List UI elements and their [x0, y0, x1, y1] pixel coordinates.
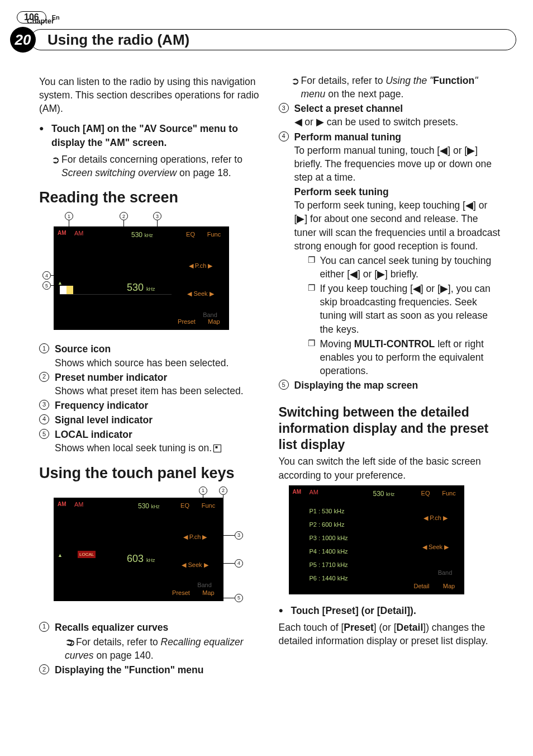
xref-text: For details, refer to: [301, 75, 386, 86]
callout-1: 1: [65, 212, 73, 220]
callout-2: 2: [120, 212, 128, 220]
preset-row[interactable]: P5 : 1710 kHz: [310, 561, 348, 569]
xref-ital: menu: [301, 88, 326, 100]
big-frequency: 603 kHz: [127, 552, 155, 566]
note-keep-touching: If you keep touching [◀] or [▶], you can…: [294, 282, 503, 336]
item-local-indicator: 5 LOCAL indicator Shows when local seek …: [39, 428, 263, 455]
screenshot-touch-wrapper: 1 2 3 4 5 AM AM 530 kHz EQ Func ◀ P.ch ▶: [45, 486, 251, 615]
big-frequency: 530 kHz: [127, 281, 155, 295]
note-cancel-seek: You can cancel seek tuning by touching e…: [294, 254, 503, 281]
callout-4: 4: [42, 271, 51, 280]
heading-reading-screen: Reading the screen: [39, 188, 263, 206]
map-button[interactable]: Map: [439, 582, 459, 590]
callout-3: 3: [235, 531, 243, 540]
xref-arrow-icon: ➲: [65, 636, 76, 648]
preset-row[interactable]: P1 : 530 kHz: [310, 507, 345, 516]
callout-line: [223, 535, 235, 536]
screenshot-reading: AM AM 530 kHz EQ Func ◀ P.ch ▶ ▲ 530 kHz…: [54, 226, 229, 330]
seek-title: Perform seek tuning: [294, 185, 503, 199]
step-touch-preset: Touch [Preset] (or [Detail]).: [279, 604, 503, 617]
func-button[interactable]: Func: [439, 489, 459, 498]
preset-row[interactable]: P4 : 1400 kHz: [310, 547, 348, 556]
callout-line: [223, 563, 235, 564]
chapter-title: Using the radio (AM): [47, 31, 189, 49]
language-label: En: [52, 14, 60, 21]
item-title: Signal level indicator: [55, 414, 153, 426]
item-desc: Shows which source has been selected.: [55, 356, 263, 370]
item-desc: To perform manual tuning, touch [◀] or […: [294, 144, 503, 184]
num-4-icon: 4: [279, 131, 289, 141]
left-column: You can listen to the radio by using thi…: [39, 73, 263, 678]
xref-tail: on the next page.: [325, 88, 403, 100]
xref-tail: on page 140.: [94, 650, 154, 661]
item-title: Source icon: [55, 343, 111, 355]
seek-button[interactable]: ◀ Seek ▶: [177, 290, 224, 298]
num-2-icon: 2: [39, 372, 49, 382]
band-button[interactable]: Band: [431, 569, 459, 577]
callout-3: 3: [153, 212, 161, 220]
signal-icon: ▲: [58, 552, 63, 559]
pch-button[interactable]: ◀ P.ch ▶: [177, 262, 224, 270]
signal-icon: ▲: [58, 280, 63, 286]
item-desc: ◀ or ▶ can be used to switch presets.: [294, 115, 503, 129]
item-title: Frequency indicator: [55, 400, 148, 411]
item-select-preset: 3 Select a preset channel ◀ or ▶ can be …: [279, 102, 503, 129]
map-button[interactable]: Map: [204, 318, 224, 326]
item-desc: Shows when local seek tuning is on.: [55, 441, 263, 455]
xref-text: For details, refer to: [76, 636, 161, 648]
num-2-icon: 2: [39, 664, 49, 674]
source-icon: AM: [58, 229, 66, 237]
item-signal-indicator: 4 Signal level indicator: [39, 413, 263, 427]
xref-quote: ": [474, 75, 478, 86]
xref-tail: on page 18.: [177, 167, 231, 178]
num-4-icon: 4: [39, 414, 49, 424]
seek-button[interactable]: ◀ Seek ▶: [412, 543, 459, 551]
item-title: Recalls equalizer curves: [55, 622, 168, 633]
preset-button[interactable]: Preset: [169, 589, 193, 597]
func-button[interactable]: Func: [204, 230, 224, 239]
step-touch-am: Touch [AM] on the "AV Source" menu to di…: [39, 122, 263, 149]
item-desc: Shows what preset item has been selected…: [55, 384, 263, 398]
heading-touch-panel: Using the touch panel keys: [39, 464, 263, 482]
switching-desc: You can switch the left side of the basi…: [279, 455, 503, 481]
touch-item-eq: 1 Recalls equalizer curves ➲ For details…: [39, 621, 263, 662]
xref-italic: Screen switching overview: [61, 167, 177, 178]
num-5-icon: 5: [39, 429, 49, 439]
source-icon: AM: [293, 488, 302, 496]
preset-button[interactable]: Preset: [175, 318, 198, 326]
local-chip: LOCAL: [78, 551, 96, 558]
eq-button[interactable]: EQ: [175, 502, 195, 510]
num-3-icon: 3: [39, 400, 49, 410]
detail-button[interactable]: Detail: [410, 582, 434, 590]
touch-item-function-menu: 2 Displaying the "Function" menu: [39, 663, 263, 677]
screenshot-preset-wrapper: AM AM 530 kHz EQ Func ◀ P.ch ▶ ◀ Seek ▶ …: [289, 485, 473, 597]
step-touch-preset-desc: Each touch of [Preset] (or [Detail]) cha…: [279, 621, 503, 648]
xref-bold: Function: [433, 75, 474, 86]
preset-row[interactable]: P6 : 1440 kHz: [310, 574, 348, 583]
chapter-title-pill: Using the radio (AM): [30, 29, 516, 50]
intro-paragraph: You can listen to the radio by using thi…: [39, 75, 263, 115]
func-button[interactable]: Func: [198, 502, 218, 510]
screenshot-touch: AM AM 530 kHz EQ Func ◀ P.ch ▶ ▲ LOCAL 6…: [54, 498, 223, 601]
am-label: AM: [74, 500, 84, 509]
item-preset-indicator: 2 Preset number indicator Shows what pre…: [39, 371, 263, 398]
item-title: Select a preset channel: [294, 103, 403, 114]
pch-button[interactable]: ◀ P.ch ▶: [172, 533, 218, 541]
xref-equalizer: ➲ For details, refer to Recalling equali…: [55, 635, 263, 662]
eq-button[interactable]: EQ: [416, 489, 436, 498]
item-title: Perform manual tuning: [294, 131, 402, 143]
eq-button[interactable]: EQ: [180, 230, 201, 239]
preset-row[interactable]: P2 : 600 kHz: [310, 521, 345, 529]
callout-line: [223, 598, 235, 598]
callout-2: 2: [219, 486, 227, 495]
screenshot-preset: AM AM 530 kHz EQ Func ◀ P.ch ▶ ◀ Seek ▶ …: [289, 485, 464, 594]
section-end-icon: [213, 445, 221, 452]
pch-button[interactable]: ◀ P.ch ▶: [412, 514, 459, 522]
num-3-icon: 3: [279, 103, 289, 113]
source-icon: AM: [58, 500, 66, 508]
xref-screen-switching: For details concerning operations, refer…: [39, 153, 263, 179]
seek-button[interactable]: ◀ Seek ▶: [172, 561, 218, 569]
map-button[interactable]: Map: [198, 589, 218, 597]
preset-row[interactable]: P3 : 1000 kHz: [310, 534, 348, 542]
right-column: For details, refer to Using the "Functio…: [279, 73, 503, 678]
